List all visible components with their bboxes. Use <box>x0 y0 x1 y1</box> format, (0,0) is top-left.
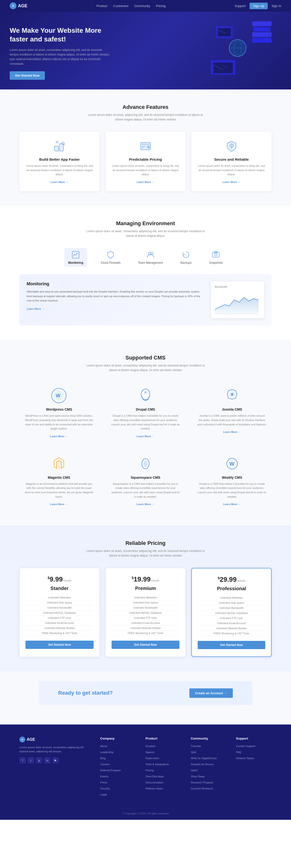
footer-link[interactable]: Network Status <box>236 757 254 760</box>
footer-link[interactable]: Research Program <box>191 781 213 784</box>
footer-link[interactable]: Currents Research <box>191 787 213 790</box>
features-title: Advance Features <box>20 104 271 110</box>
footer-brand-desc: Lorem ipsum dolor sit amet, consectetur … <box>20 745 90 754</box>
plan-feature: Unlimited Disk Space <box>112 600 180 605</box>
footer-link[interactable]: Security <box>100 787 110 790</box>
secure-icon <box>224 139 239 153</box>
cms-learn-3[interactable]: Learn More <box>50 503 68 506</box>
plan-feature: Unlimited Email Account <box>198 621 265 626</box>
footer-link[interactable]: Kubernetes <box>146 757 159 760</box>
footer-link[interactable]: Hatch <box>191 769 198 772</box>
footer-link[interactable]: Tools & Integrations <box>146 763 169 766</box>
cms-learn-2[interactable]: Learn More <box>223 431 241 433</box>
nav-customers[interactable]: Customers <box>113 4 128 8</box>
drupal-icon <box>137 387 154 404</box>
social-linkedin[interactable]: in <box>44 757 51 764</box>
svg-rect-16 <box>55 146 58 151</box>
footer-link[interactable]: One-Click Apps <box>146 775 164 778</box>
cta-banner: Ready to get started? Create an Account … <box>39 681 252 705</box>
footer-link[interactable]: Q&A <box>191 751 197 753</box>
cms-learn-0[interactable]: Learn More <box>50 435 68 438</box>
cms-sub: Lorem ipsum dolor sit amet, consectetur … <box>85 363 206 373</box>
plan-feature: Unlimited Website Builder <box>26 626 94 631</box>
social-facebook[interactable]: f <box>20 757 26 764</box>
joomla-icon <box>224 387 240 404</box>
footer-link[interactable]: FAQ <box>236 751 241 753</box>
wordpress-icon: W <box>51 387 67 404</box>
footer-link[interactable]: Blog <box>100 757 106 760</box>
footer-bottom: © Copyright © 2022, All rights reserved <box>20 808 271 815</box>
nav-community[interactable]: Community <box>134 4 150 8</box>
footer-link[interactable]: Leadership <box>100 751 113 753</box>
footer-link[interactable]: Contact Support <box>236 745 255 747</box>
footer-link[interactable]: About <box>100 745 107 747</box>
nav-product[interactable]: Product <box>96 4 108 8</box>
svg-line-20 <box>64 144 65 145</box>
nav-signup[interactable]: Sign Up <box>250 3 267 9</box>
cms-desc-1: Drupal is a CMS that makes it possible f… <box>111 414 180 431</box>
footer-link[interactable]: Release Notes <box>146 787 163 790</box>
social-youtube[interactable]: ▶ <box>52 757 59 764</box>
plan-feature: Unlimited MySQL Database <box>198 611 265 616</box>
footer-link[interactable]: Write for DigitalOcean <box>191 757 217 760</box>
footer-link[interactable]: Press <box>100 781 107 784</box>
footer-link[interactable]: Referral Program <box>100 769 120 772</box>
footer-link[interactable]: Shop Swag <box>191 775 204 778</box>
cms-section: Supported CMS Lorem ipsum dolor sit amet… <box>0 340 291 526</box>
plan-feature: Unlimited MySQL Database <box>112 610 180 615</box>
cms-learn-1[interactable]: Learn More <box>137 435 154 438</box>
cms-learn-4[interactable]: Learn More <box>137 503 154 506</box>
social-google[interactable]: g <box>36 757 42 764</box>
tab-team-label: Team Management <box>138 261 163 265</box>
social-twitter[interactable]: t <box>28 757 34 764</box>
svg-point-32 <box>151 252 153 254</box>
plan-feature: Unlimited Website Builder <box>112 626 180 631</box>
feature-learn-2[interactable]: Learn More <box>223 181 240 184</box>
feature-learn-0[interactable]: Learn More <box>51 181 68 184</box>
squarespace-icon <box>137 455 154 472</box>
footer-link[interactable]: Careers <box>100 763 110 766</box>
svg-text:W: W <box>229 461 234 467</box>
footer-col-community: Community Tutorials Q&A Write for Digita… <box>191 737 227 798</box>
nav-pricing[interactable]: Pricing <box>156 4 166 8</box>
feature-learn-1[interactable]: Learn More <box>137 181 154 184</box>
plan-cta-0[interactable]: Get Started Now <box>26 641 94 649</box>
footer-link[interactable]: Legal <box>100 793 107 796</box>
footer-link[interactable]: Droplets for Demos <box>191 763 214 766</box>
feature-grid: Build Better App Faster Lorem ipsum dolo… <box>20 132 271 191</box>
logo[interactable]: S AGE <box>10 2 27 9</box>
pricing-title: Reliable Pricing <box>20 540 271 546</box>
tab-backups[interactable]: Backups <box>177 248 196 267</box>
nav-links: Product Customers Community Pricing <box>96 4 166 8</box>
tab-team[interactable]: Team Management <box>134 248 167 267</box>
cms-name-5: Weebly CMS <box>197 475 267 479</box>
footer-link[interactable]: Documentation <box>146 781 164 784</box>
monitoring-chart: Bandwidth <box>211 281 264 318</box>
footer-logo-icon: S <box>20 737 25 742</box>
nav-support[interactable]: Support <box>235 4 246 8</box>
footer-brand-name: AGE <box>27 737 35 742</box>
footer-link[interactable]: Events <box>100 775 108 778</box>
nav-signin[interactable]: Sign In <box>271 4 281 8</box>
footer-col-product: Product Droplets Spaces Kubernetes Tools… <box>146 737 181 798</box>
tab-firewalls[interactable]: Cloud Firewalls <box>97 248 124 267</box>
pricing-grid: $9.99/month Stander Unlimited Websites U… <box>20 568 271 657</box>
footer-link[interactable]: Tutorials <box>191 745 201 747</box>
monitoring-learn[interactable]: Learn More <box>27 307 45 310</box>
nav-right: Support Sign Up Sign In <box>235 3 281 9</box>
tab-monitoring[interactable]: Monitoring <box>64 248 87 267</box>
feature-desc-2: Lorem ipsum dolor sit amet, consectetur … <box>197 164 266 177</box>
plan-cta-1[interactable]: Get Started Now <box>112 641 180 649</box>
hero-cta-button[interactable]: Get Started Now <box>10 71 45 80</box>
pricing-card-stander: $9.99/month Stander Unlimited Websites U… <box>20 568 100 657</box>
plan-cta-2[interactable]: Get Started Now <box>198 641 265 649</box>
footer-link[interactable]: Spaces <box>146 751 154 753</box>
cms-learn-5[interactable]: Learn More <box>223 503 241 506</box>
plan-feature: Unlimited FTP User <box>26 615 94 621</box>
cta-button[interactable]: Create an Account → <box>190 688 233 698</box>
cms-name-3: Magento CMS <box>24 475 94 479</box>
feature-title-1: Predictable Pricing <box>111 157 180 161</box>
footer-link[interactable]: Pricing <box>146 769 154 772</box>
tab-snapshots[interactable]: Snapshots <box>205 248 227 267</box>
footer-link[interactable]: Droplets <box>146 745 155 747</box>
